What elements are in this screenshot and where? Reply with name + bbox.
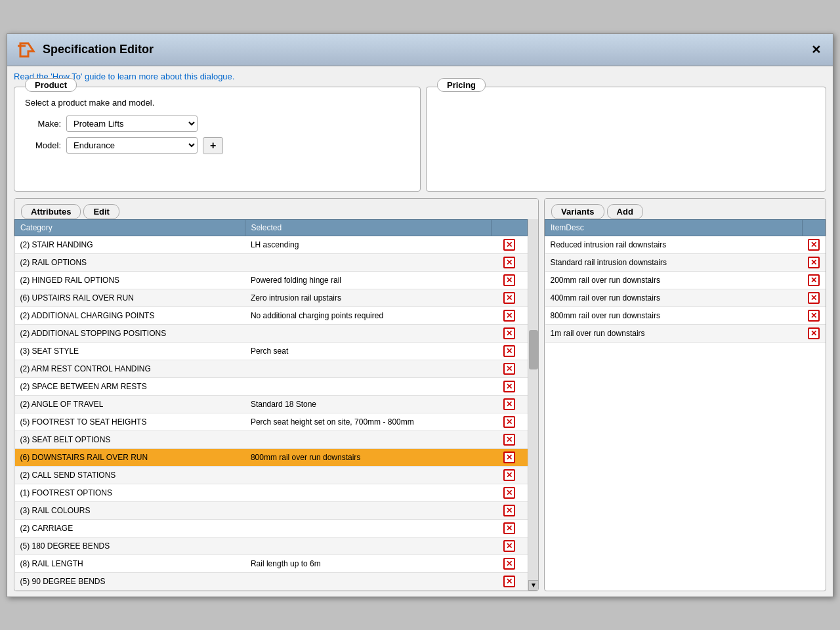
delete-button[interactable]: ✕: [503, 540, 515, 552]
category-cell: (3) SEAT BELT OPTIONS: [15, 430, 245, 448]
category-cell: (3) RAIL COLOURS: [15, 501, 245, 519]
dialog-title: Specification Editor: [43, 43, 154, 56]
title-bar: Specification Editor ✕: [7, 34, 833, 66]
model-add-button[interactable]: +: [203, 137, 223, 154]
delete-button[interactable]: ✕: [503, 452, 515, 463]
attributes-buttons: Attributes Edit: [14, 199, 538, 219]
table-row[interactable]: (6) DOWNSTAIRS RAIL OVER RUN 800mm rail …: [15, 448, 528, 466]
table-row[interactable]: (2) ADDITIONAL STOPPING POSITIONS ✕: [15, 324, 528, 342]
attributes-button[interactable]: Attributes: [21, 204, 81, 219]
selected-cell: LH ascending: [245, 236, 492, 253]
delete-button[interactable]: ✕: [503, 310, 515, 322]
variants-button[interactable]: Variants: [551, 204, 604, 219]
action-cell: ✕: [492, 537, 528, 555]
table-row[interactable]: (2) ANGLE OF TRAVEL Standard 18 Stone ✕: [15, 395, 528, 413]
category-cell: (2) HINGED RAIL OPTIONS: [15, 271, 245, 289]
table-row[interactable]: (5) 90 DEGREE BENDS ✕: [15, 572, 528, 590]
list-item[interactable]: Reduced intrusion rail downstairs ✕: [545, 236, 826, 253]
scroll-down-btn[interactable]: ▼: [528, 580, 539, 591]
variants-table-container[interactable]: ItemDesc Reduced intrusion rail downstai…: [545, 219, 826, 343]
title-bar-left: Specification Editor: [15, 39, 154, 60]
table-row[interactable]: (2) STAIR HANDING LH ascending ✕: [15, 236, 528, 253]
delete-button[interactable]: ✕: [503, 239, 515, 251]
table-row[interactable]: (3) SEAT BELT OPTIONS ✕: [15, 430, 528, 448]
delete-button[interactable]: ✕: [503, 576, 515, 587]
table-row[interactable]: (5) 180 DEGREE BENDS ✕: [15, 537, 528, 555]
action-cell: ✕: [492, 466, 528, 484]
delete-button[interactable]: ✕: [503, 505, 515, 516]
category-cell: (5) FOOTREST TO SEAT HEIGHTS: [15, 413, 245, 430]
model-select[interactable]: Endurance: [66, 137, 198, 154]
table-row[interactable]: (2) SPACE BETWEEN ARM RESTS ✕: [15, 377, 528, 395]
list-item[interactable]: 1m rail over run downstairs ✕: [545, 324, 826, 342]
delete-button[interactable]: ✕: [503, 381, 515, 392]
table-row[interactable]: (2) RAIL OPTIONS ✕: [15, 253, 528, 271]
delete-button[interactable]: ✕: [503, 434, 515, 446]
category-cell: (3) SEAT STYLE: [15, 342, 245, 360]
delete-variant-button[interactable]: ✕: [808, 327, 820, 339]
bottom-section: Attributes Edit Category Selected: [14, 198, 826, 591]
delete-button[interactable]: ✕: [503, 558, 515, 570]
category-cell: (2) CARRIAGE: [15, 519, 245, 537]
itemdesc-cell: 400mm rail over run downstairs: [545, 289, 803, 306]
delete-button[interactable]: ✕: [503, 522, 515, 534]
list-item[interactable]: Standard rail intrusion downstairs ✕: [545, 253, 826, 271]
selected-cell: [245, 537, 492, 555]
delete-variant-button[interactable]: ✕: [808, 239, 820, 251]
category-cell: (2) STAIR HANDING: [15, 236, 245, 253]
table-row[interactable]: (3) SEAT STYLE Perch seat ✕: [15, 342, 528, 360]
delete-button[interactable]: ✕: [503, 327, 515, 339]
product-description: Select a product make and model.: [25, 98, 410, 108]
delete-variant-button[interactable]: ✕: [808, 257, 820, 268]
delete-button[interactable]: ✕: [503, 292, 515, 304]
action-cell: ✕: [492, 271, 528, 289]
action-cell: ✕: [492, 555, 528, 572]
make-row: Make: Proteam Lifts: [25, 116, 410, 132]
delete-button[interactable]: ✕: [503, 363, 515, 375]
add-variant-button[interactable]: Add: [607, 204, 643, 219]
delete-button[interactable]: ✕: [503, 345, 515, 357]
edit-button[interactable]: Edit: [83, 204, 119, 219]
list-item[interactable]: 400mm rail over run downstairs ✕: [545, 289, 826, 306]
table-row[interactable]: (2) HINGED RAIL OPTIONS Powered folding …: [15, 271, 528, 289]
list-item[interactable]: 200mm rail over run downstairs ✕: [545, 271, 826, 289]
pricing-tab[interactable]: Pricing: [437, 78, 486, 92]
table-row[interactable]: (2) ARM REST CONTROL HANDING ✕: [15, 360, 528, 377]
table-row[interactable]: (3) RAIL COLOURS ✕: [15, 501, 528, 519]
table-row[interactable]: (2) CARRIAGE ✕: [15, 519, 528, 537]
delete-button[interactable]: ✕: [503, 487, 515, 499]
variant-action-cell: ✕: [802, 289, 825, 306]
attributes-scrollbar[interactable]: ▼: [528, 219, 538, 591]
delete-button[interactable]: ✕: [503, 469, 515, 481]
list-item[interactable]: 800mm rail over run downstairs ✕: [545, 306, 826, 324]
attributes-scroll-area: Category Selected (2) STAIR HANDING LH a…: [14, 219, 538, 591]
selected-cell: Perch seat: [245, 342, 492, 360]
table-row[interactable]: (6) UPSTAIRS RAIL OVER RUN Zero intrusio…: [15, 289, 528, 306]
selected-cell: [245, 484, 492, 501]
selected-cell: [245, 360, 492, 377]
table-row[interactable]: (2) ADDITIONAL CHARGING POINTS No additi…: [15, 306, 528, 324]
table-row[interactable]: (1) FOOTREST OPTIONS ✕: [15, 484, 528, 501]
delete-button[interactable]: ✕: [503, 398, 515, 410]
action-cell: ✕: [492, 342, 528, 360]
table-row[interactable]: (5) FOOTREST TO SEAT HEIGHTS Perch seat …: [15, 413, 528, 430]
category-cell: (6) DOWNSTAIRS RAIL OVER RUN: [15, 448, 245, 466]
close-button[interactable]: ✕: [807, 41, 825, 58]
delete-button[interactable]: ✕: [503, 416, 515, 428]
delete-button[interactable]: ✕: [503, 257, 515, 268]
category-cell: (2) CALL SEND STATIONS: [15, 466, 245, 484]
specification-editor-dialog: Specification Editor ✕ Read the 'How To'…: [7, 33, 833, 597]
make-select[interactable]: Proteam Lifts: [66, 116, 198, 132]
delete-button[interactable]: ✕: [503, 274, 515, 286]
delete-variant-button[interactable]: ✕: [808, 274, 820, 286]
table-row[interactable]: (8) RAIL LENGTH Rail length up to 6m ✕: [15, 555, 528, 572]
howto-link[interactable]: Read the 'How To' guide to learn more ab…: [14, 72, 826, 81]
product-tab[interactable]: Product: [25, 78, 77, 92]
dialog-body: Read the 'How To' guide to learn more ab…: [7, 66, 833, 597]
delete-variant-button[interactable]: ✕: [808, 310, 820, 322]
attributes-table-container[interactable]: Category Selected (2) STAIR HANDING LH a…: [14, 219, 528, 591]
delete-variant-button[interactable]: ✕: [808, 292, 820, 304]
col-selected-header: Selected: [245, 219, 492, 236]
table-row[interactable]: (2) CALL SEND STATIONS ✕: [15, 466, 528, 484]
action-cell: ✕: [492, 519, 528, 537]
